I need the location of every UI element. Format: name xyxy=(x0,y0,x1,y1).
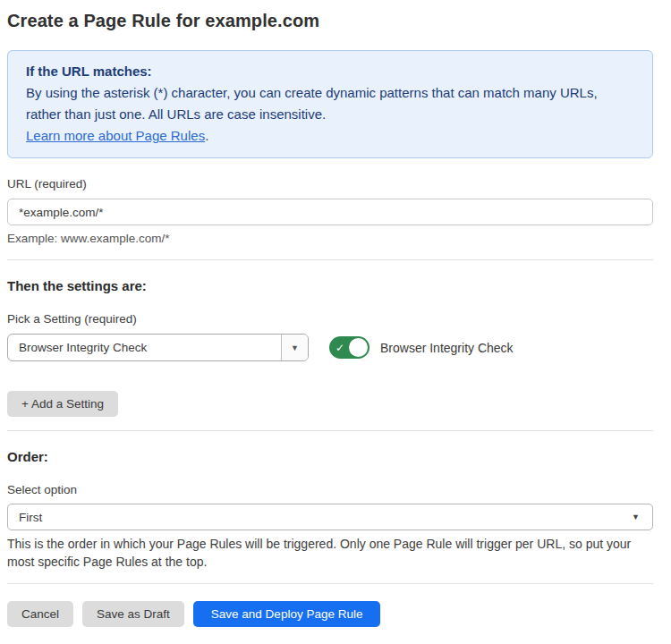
learn-more-link[interactable]: Learn more about Page Rules xyxy=(26,128,205,143)
setting-dropdown[interactable]: Browser Integrity Check ▼ xyxy=(7,334,309,361)
url-example-hint: Example: www.example.com/* xyxy=(7,232,653,245)
setting-dropdown-value: Browser Integrity Check xyxy=(8,335,281,360)
divider-settings-order xyxy=(7,430,653,431)
info-box-body: By using the asterisk (*) character, you… xyxy=(26,82,634,125)
check-icon: ✓ xyxy=(336,343,344,353)
setting-row: Browser Integrity Check ▼ ✓ Browser Inte… xyxy=(7,334,653,361)
setting-toggle-label: Browser Integrity Check xyxy=(380,341,514,355)
order-help-text: This is the order in which your Page Rul… xyxy=(7,536,653,571)
link-suffix: . xyxy=(205,128,208,143)
url-input[interactable] xyxy=(7,199,653,225)
setting-picker-label: Pick a Setting (required) xyxy=(7,312,653,326)
page-rule-form: Create a Page Rule for example.com If th… xyxy=(7,11,653,627)
order-select[interactable]: First ▼ xyxy=(7,504,653,530)
url-field-label: URL (required) xyxy=(7,177,653,191)
select-arrow-icon: ▼ xyxy=(632,513,640,521)
chevron-down-icon[interactable]: ▼ xyxy=(281,335,308,360)
order-select-value: First xyxy=(19,511,42,524)
order-section-heading: Order: xyxy=(7,449,653,464)
url-match-info-box: If the URL matches: By using the asteris… xyxy=(7,50,653,158)
footer-actions: Cancel Save as Draft Save and Deploy Pag… xyxy=(7,601,653,627)
toggle-knob xyxy=(349,338,368,357)
add-setting-button[interactable]: + Add a Setting xyxy=(7,391,118,417)
info-box-link-line: Learn more about Page Rules. xyxy=(26,125,634,147)
save-as-draft-button[interactable]: Save as Draft xyxy=(82,601,184,627)
save-and-deploy-button[interactable]: Save and Deploy Page Rule xyxy=(193,601,381,627)
info-box-heading: If the URL matches: xyxy=(26,61,634,82)
settings-section-heading: Then the settings are: xyxy=(7,278,653,293)
page-title: Create a Page Rule for example.com xyxy=(7,11,653,31)
cancel-button[interactable]: Cancel xyxy=(7,601,73,627)
order-select-label: Select option xyxy=(7,483,653,496)
divider-url-settings xyxy=(7,259,653,260)
divider-footer xyxy=(7,583,653,584)
setting-toggle[interactable]: ✓ xyxy=(329,336,369,359)
